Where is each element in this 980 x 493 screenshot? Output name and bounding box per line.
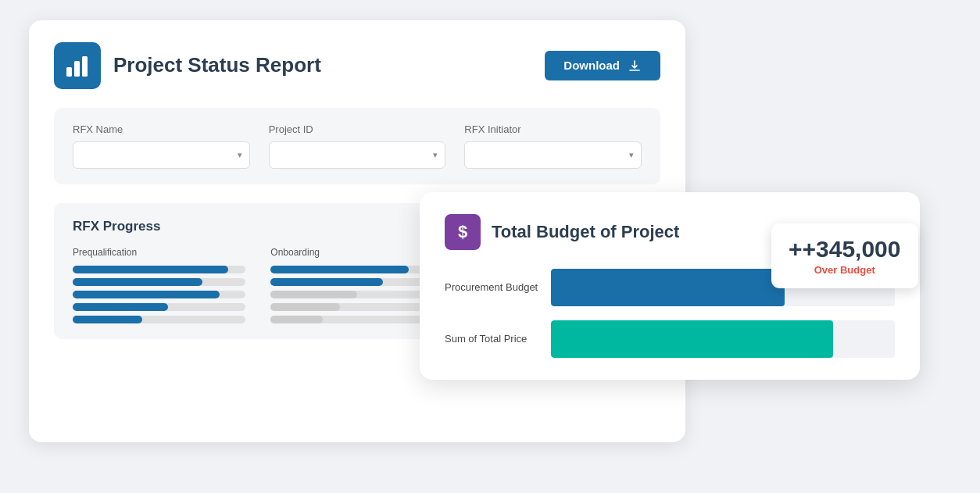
pbar-row: [270, 316, 443, 323]
filter-rfx-name-label: RFX Name: [73, 123, 250, 135]
onboarding-label: Onboarding: [270, 247, 443, 258]
pbar-row: [270, 291, 443, 298]
budget-amount: +345,000: [803, 236, 901, 262]
report-header: Project Status Report Download: [54, 42, 660, 89]
pbar-row: [270, 278, 443, 286]
pbar-bg: [73, 291, 245, 298]
pbar-fill: [73, 278, 202, 286]
pbar-row: [73, 266, 245, 273]
plus-sign: +: [789, 236, 803, 262]
pbar-row: [73, 278, 245, 286]
svg-rect-0: [66, 67, 72, 77]
dollar-icon: $: [445, 214, 481, 250]
pbar-row: [73, 316, 245, 323]
pbar-fill: [73, 303, 168, 311]
total-price-bar-bg: [551, 320, 895, 358]
pbar-bg: [73, 303, 245, 311]
procurement-label: Procurement Budget: [445, 281, 538, 293]
prequalification-label: Prequalification: [73, 247, 245, 258]
over-budget-label: Over Budget: [789, 264, 901, 276]
budget-bar-total-price: Sum of Total Price: [445, 320, 895, 358]
download-button[interactable]: Download: [545, 51, 660, 80]
filter-rfx-initiator: RFX Initiator ▾: [464, 123, 642, 169]
pbar-bg: [73, 278, 245, 286]
progress-col-onboarding: Onboarding: [270, 247, 443, 323]
download-label: Download: [563, 59, 620, 72]
pbar-fill: [73, 266, 228, 273]
filter-rfx-initiator-label: RFX Initiator: [464, 123, 642, 135]
pbar-fill: [73, 316, 142, 323]
pbar-row: [73, 291, 245, 298]
budget-title: Total Budget of Project: [492, 222, 679, 242]
filter-rfx-name-wrapper[interactable]: ▾: [73, 141, 250, 169]
filter-rfx-initiator-wrapper[interactable]: ▾: [464, 141, 642, 169]
pbar-row: [270, 266, 443, 273]
pbar-bg: [270, 278, 443, 286]
procurement-bar-fill: [551, 269, 785, 306]
pbar-fill: [270, 316, 322, 323]
filter-project-id-select[interactable]: [269, 141, 446, 169]
filter-project-id: Project ID ▾: [269, 123, 446, 169]
prequalification-bars: [73, 266, 245, 323]
svg-rect-1: [74, 61, 80, 77]
pbar-bg: [73, 266, 245, 273]
total-price-label: Sum of Total Price: [445, 333, 538, 345]
filter-project-id-wrapper[interactable]: ▾: [269, 141, 446, 169]
report-icon: [54, 42, 101, 89]
download-icon: [628, 59, 642, 73]
pbar-row: [270, 303, 443, 311]
over-budget-amount: ++345,000: [789, 236, 901, 263]
pbar-row: [73, 303, 245, 311]
total-price-bar-fill: [551, 320, 833, 358]
progress-col-prequalification: Prequalification: [73, 247, 245, 323]
pbar-bg: [270, 316, 443, 323]
filter-project-id-label: Project ID: [269, 123, 446, 135]
pbar-bg: [270, 266, 443, 273]
filter-rfx-name-select[interactable]: [73, 141, 250, 169]
filter-rfx-initiator-select[interactable]: [464, 141, 642, 169]
pbar-bg: [270, 303, 443, 311]
svg-rect-2: [82, 56, 88, 77]
over-budget-badge: ++345,000 Over Budget: [771, 223, 918, 288]
bar-chart-icon: [63, 52, 91, 80]
pbar-bg: [73, 316, 245, 323]
scene: Project Status Report Download RFX Name …: [29, 20, 951, 473]
pbar-fill: [73, 291, 220, 298]
onboarding-bars: [270, 266, 443, 323]
pbar-fill: [270, 303, 340, 311]
filter-rfx-name: RFX Name ▾: [73, 123, 250, 169]
pbar-bg: [270, 291, 443, 298]
report-header-left: Project Status Report: [54, 42, 321, 89]
pbar-fill: [270, 278, 383, 286]
filters-section: RFX Name ▾ Project ID ▾ RFX In: [54, 108, 660, 184]
pbar-fill: [270, 266, 409, 273]
report-title: Project Status Report: [113, 53, 321, 77]
pbar-fill: [270, 291, 357, 298]
